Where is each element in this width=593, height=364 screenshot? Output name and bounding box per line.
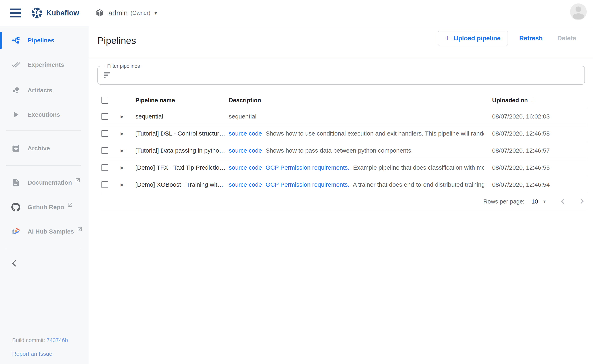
kubeflow-logo-icon <box>31 7 43 19</box>
expand-row-icon[interactable]: ▶ <box>120 131 125 136</box>
sidebar-divider <box>6 249 81 249</box>
filter-pipelines-input[interactable]: Filter pipelines <box>98 66 585 84</box>
table-row: ▶ [Demo] TFX - Taxi Tip Predictio… sourc… <box>101 159 587 176</box>
row-checkbox[interactable] <box>101 147 108 154</box>
build-commit-link[interactable]: 743746b <box>47 337 68 343</box>
expand-row-icon[interactable]: ▶ <box>120 166 125 170</box>
rows-per-page-value[interactable]: 10 <box>532 198 538 205</box>
collapse-sidebar-button[interactable] <box>10 259 20 269</box>
namespace-role: (Owner) <box>130 10 150 16</box>
rows-per-page-caret-icon[interactable]: ▾ <box>543 199 546 204</box>
expand-row-icon[interactable]: ▶ <box>120 183 125 187</box>
sidebar-item-experiments[interactable]: Experiments <box>0 56 89 73</box>
chevron-left-icon <box>10 259 19 268</box>
table-row: ▶ [Tutorial] Data passing in pytho… sour… <box>101 142 587 159</box>
column-header-uploaded-on[interactable]: Uploaded on <box>492 97 528 104</box>
refresh-button[interactable]: Refresh <box>518 34 544 42</box>
description-text: Example pipeline that does classificatio… <box>353 164 484 171</box>
pipeline-name-link[interactable]: sequential <box>135 113 228 120</box>
sidebar-item-archive[interactable]: Archive <box>0 140 89 157</box>
sidebar-item-label: Experiments <box>28 61 64 68</box>
sidebar-item-label: Archive <box>28 145 50 152</box>
sidebar-item-artifacts[interactable]: Artifacts <box>0 82 89 99</box>
pipeline-description: source code GCP Permission requirements.… <box>229 164 484 171</box>
avatar-head-shape <box>576 6 581 12</box>
namespace-name: admin <box>108 9 128 17</box>
sidebar-item-label: AI Hub Samples <box>28 228 74 235</box>
column-header-description[interactable]: Description <box>229 97 484 104</box>
report-issue-link[interactable]: Report an Issue <box>12 351 52 357</box>
archive-icon <box>11 144 20 153</box>
table-row: ▶ [Tutorial] DSL - Control structur… sou… <box>101 125 587 142</box>
row-checkbox[interactable] <box>101 130 108 137</box>
external-link-icon <box>77 227 82 232</box>
pipeline-description: sequential <box>229 113 484 120</box>
sidebar-item-label: Pipelines <box>28 37 54 44</box>
chevron-right-icon <box>578 197 586 205</box>
executions-icon <box>11 110 20 119</box>
upload-pipeline-label: Upload pipeline <box>454 35 501 42</box>
upload-pipeline-button[interactable]: + Upload pipeline <box>438 31 508 46</box>
document-icon <box>11 178 20 187</box>
chevron-down-icon: ▾ <box>154 10 157 16</box>
sort-desc-icon[interactable]: ↓ <box>532 97 535 104</box>
gcp-permission-link[interactable]: GCP Permission requirements. <box>266 181 350 188</box>
kubeflow-pipelines-page: Kubeflow admin (Owner) ▾ <box>0 0 593 364</box>
build-commit: Build commit: 743746b <box>12 337 68 344</box>
expand-row-icon[interactable]: ▶ <box>120 149 125 153</box>
filter-input-label: Filter pipelines <box>105 63 142 69</box>
avatar[interactable] <box>570 3 587 20</box>
experiments-icon <box>11 60 20 69</box>
sidebar-item-label: Executions <box>28 111 60 118</box>
pipelines-table: Pipeline name Description Uploaded on ↓ … <box>101 93 587 210</box>
select-all-checkbox[interactable] <box>101 97 108 104</box>
row-checkbox[interactable] <box>101 113 108 120</box>
sidebar-divider <box>6 165 81 166</box>
source-code-link[interactable]: source code <box>229 130 262 137</box>
pipeline-name-link[interactable]: [Tutorial] DSL - Control structur… <box>135 130 228 137</box>
column-header-pipeline-name[interactable]: Pipeline name <box>135 97 228 104</box>
sidebar-item-ai-hub-samples[interactable]: AI Hub Samples <box>0 223 89 240</box>
pipeline-name-link[interactable]: [Tutorial] Data passing in pytho… <box>135 147 228 154</box>
delete-button[interactable]: Delete <box>556 34 577 42</box>
uploaded-on-value: 08/07/2020, 12:46:58 <box>492 130 587 137</box>
source-code-link[interactable]: source code <box>229 181 262 188</box>
source-code-link[interactable]: source code <box>229 164 262 171</box>
gcp-permission-link[interactable]: GCP Permission requirements. <box>266 164 350 171</box>
toolbar: + Upload pipeline Refresh Delete <box>438 31 577 46</box>
plus-icon: + <box>445 33 450 43</box>
github-icon <box>11 203 20 212</box>
avatar-body-shape <box>573 13 584 20</box>
sidebar-item-label: Documentation <box>28 179 72 186</box>
next-page-button[interactable] <box>577 197 586 206</box>
source-code-link[interactable]: source code <box>229 147 262 154</box>
sidebar-item-documentation[interactable]: Documentation <box>0 174 89 191</box>
description-text: Shows how to pass data between python co… <box>266 147 413 154</box>
page-header: Pipelines + Upload pipeline Refresh Dele… <box>89 26 593 58</box>
uploaded-on-value: 08/07/2020, 16:02:03 <box>492 113 587 120</box>
page-title: Pipelines <box>98 35 136 46</box>
pipeline-description: source code Shows how to pass data betwe… <box>229 147 484 154</box>
menu-icon[interactable] <box>10 8 21 17</box>
content-area: Filter pipelines Pipeline name Descripti… <box>89 58 593 364</box>
sidebar-item-executions[interactable]: Executions <box>0 106 89 123</box>
row-checkbox[interactable] <box>101 164 108 171</box>
namespace-selector[interactable]: admin (Owner) ▾ <box>95 9 157 17</box>
external-link-icon <box>75 177 80 183</box>
sidebar-item-label: Artifacts <box>28 87 52 94</box>
sidebar-item-pipelines[interactable]: Pipelines <box>0 32 89 49</box>
row-checkbox[interactable] <box>101 181 108 188</box>
ai-hub-icon <box>11 227 20 236</box>
table-row: ▶ sequential sequential 08/07/2020, 16:0… <box>101 108 587 125</box>
prev-page-button[interactable] <box>558 197 567 206</box>
pipeline-name-link[interactable]: [Demo] TFX - Taxi Tip Predictio… <box>135 164 228 171</box>
sidebar-item-github-repo[interactable]: Github Repo <box>0 199 89 215</box>
external-link-icon <box>67 202 73 207</box>
artifacts-icon <box>11 86 20 95</box>
rows-per-page-label: Rows per page: <box>483 198 525 205</box>
pipeline-description: source code Shows how to use conditional… <box>229 130 484 137</box>
pipeline-name-link[interactable]: [Demo] XGBoost - Training wit… <box>135 181 228 188</box>
expand-row-icon[interactable]: ▶ <box>120 114 125 118</box>
uploaded-on-value: 08/07/2020, 12:46:55 <box>492 164 587 171</box>
kubeflow-logo[interactable]: Kubeflow <box>31 7 79 19</box>
